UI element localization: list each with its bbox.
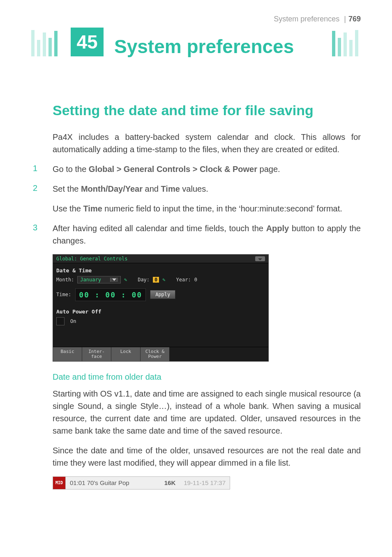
- time-field[interactable]: 00 : 00 : 00: [75, 288, 146, 301]
- step-2-term1: Month/Day/Year: [81, 184, 143, 193]
- file-size: 16K: [160, 479, 180, 486]
- apply-button[interactable]: Apply: [150, 290, 175, 299]
- file-list-row: MID 01:01 70's Guitar Pop 16K 19-11-15 1…: [53, 476, 230, 490]
- running-head: System preferences |769: [31, 15, 361, 23]
- subheading: Date and time from older data: [53, 372, 361, 382]
- step-1: Go to the Global > General Controls > Cl…: [31, 163, 361, 175]
- intro-paragraph: Pa4X includes a battery-backed system ca…: [53, 131, 361, 155]
- step-3: After having edited all calendar and tim…: [31, 222, 361, 247]
- chapter-number: 45: [71, 28, 104, 56]
- month-value: January: [80, 277, 101, 283]
- edit-icon[interactable]: ✎: [162, 277, 165, 283]
- step-2-note-term: Time: [83, 204, 102, 213]
- step-1-term: Global > General Controls > Clock & Powe…: [89, 165, 257, 174]
- tab-lock[interactable]: Lock: [111, 347, 141, 361]
- step-2-mid: and: [143, 184, 161, 193]
- device-screenshot: Global: General Controls Date & Time Mon…: [53, 254, 269, 362]
- day-label: Day:: [138, 277, 150, 283]
- barcode-decoration: [330, 28, 358, 56]
- page-number: 769: [348, 15, 361, 23]
- chevron-down-icon[interactable]: [255, 256, 265, 261]
- step-1-text-a: Go to the: [53, 165, 89, 174]
- step-2: Set the Month/Day/Year and Time values. …: [31, 183, 361, 215]
- step-2-note-b: numeric field to input the time, in the …: [102, 204, 342, 213]
- step-3-term: Apply: [266, 224, 289, 233]
- auto-power-off-group-label: Auto Power Off: [56, 309, 265, 315]
- barcode-decoration: [31, 28, 60, 56]
- paragraph-2: Since the date and time of the older, un…: [53, 444, 361, 469]
- chapter-header: 45 System preferences: [31, 28, 361, 56]
- auto-power-off-row: On: [56, 317, 265, 325]
- step-2-note-a: Use the: [53, 204, 83, 213]
- step-1-text-b: page.: [257, 165, 280, 174]
- device-title: Global: General Controls: [56, 256, 127, 262]
- year-label: Year:: [176, 277, 191, 283]
- paragraph-1: Starting with OS v1.1, date and time are…: [53, 388, 361, 437]
- step-3-text-a: After having edited all calendar and tim…: [53, 224, 266, 233]
- steps-list: Go to the Global > General Controls > Cl…: [31, 163, 361, 247]
- file-name: 01:01 70's Guitar Pop: [66, 479, 160, 486]
- tab-basic[interactable]: Basic: [53, 347, 82, 361]
- step-2-term2: Time: [161, 184, 180, 193]
- tab-clock-power[interactable]: Clock & Power: [141, 347, 169, 361]
- chevron-down-icon: [112, 278, 116, 281]
- running-head-title: System preferences: [274, 15, 339, 23]
- step-2-text-b: values.: [180, 184, 208, 193]
- midi-icon-label: MID: [55, 480, 63, 485]
- year-field[interactable]: 0: [194, 277, 197, 283]
- auto-power-off-checkbox[interactable]: [56, 317, 65, 325]
- page: System preferences |769 45 System prefer…: [0, 0, 392, 557]
- month-dropdown[interactable]: January: [77, 276, 121, 283]
- tab-interface[interactable]: Inter- face: [82, 347, 111, 361]
- auto-power-off-label: On: [70, 318, 76, 324]
- chapter-title: System preferences: [114, 37, 294, 56]
- device-tabs: Basic Inter- face Lock Clock & Power: [53, 347, 268, 361]
- time-label: Time:: [56, 292, 71, 297]
- midi-file-icon: MID: [53, 477, 66, 489]
- month-label: Month:: [56, 277, 74, 283]
- section-heading: Setting the date and time for file savin…: [53, 102, 361, 119]
- day-field[interactable]: 0: [153, 277, 159, 283]
- intro-text: Pa4X includes a battery-backed system ca…: [53, 131, 361, 155]
- step-2-text-a: Set the: [53, 184, 81, 193]
- device-titlebar: Global: General Controls: [53, 255, 268, 263]
- edit-icon[interactable]: ✎: [124, 277, 127, 283]
- file-date: 19-11-15 17:37: [180, 479, 230, 486]
- running-head-sep: |: [341, 15, 348, 23]
- date-time-group-label: Date & Time: [56, 267, 265, 274]
